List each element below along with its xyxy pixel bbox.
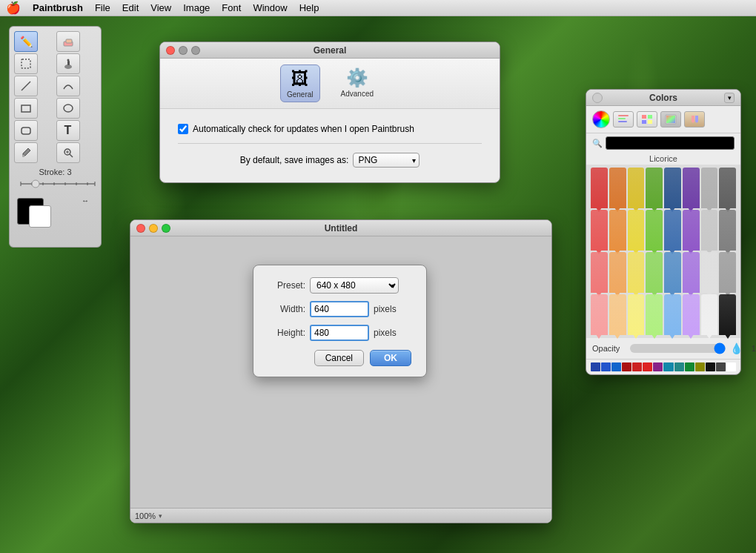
swatch-cell[interactable] — [685, 362, 694, 371]
swatch-cell[interactable] — [591, 362, 600, 371]
crayon-item[interactable] — [701, 210, 718, 251]
colors-close-button[interactable] — [592, 93, 603, 103]
maximize-button[interactable] — [191, 46, 200, 55]
swatch-cell[interactable] — [643, 362, 652, 371]
tool-eyedropper[interactable] — [14, 142, 38, 163]
untitled-close[interactable] — [136, 224, 145, 233]
menu-window[interactable]: Window — [253, 2, 287, 13]
swatch-cell[interactable] — [622, 362, 631, 371]
width-unit: pixels — [374, 304, 397, 314]
crayon-item[interactable] — [646, 168, 663, 208]
crayon-item[interactable] — [683, 210, 700, 251]
autoupdate-checkbox[interactable] — [178, 124, 188, 134]
ok-button[interactable]: OK — [370, 350, 411, 366]
swatch-cell[interactable] — [611, 362, 621, 371]
menu-image[interactable]: Image — [183, 2, 210, 13]
zoom-arrow-icon[interactable]: ▾ — [159, 512, 162, 520]
close-button[interactable] — [166, 46, 175, 55]
tab-advanced[interactable]: ⚙️ Advanced — [335, 64, 379, 102]
crayon-item[interactable] — [719, 168, 736, 208]
crayon-item[interactable] — [664, 168, 681, 208]
crayon-item[interactable] — [646, 294, 663, 335]
swap-colors-icon[interactable]: ↔ — [82, 196, 89, 205]
color-crayons-tab[interactable] — [684, 111, 705, 128]
crayon-item[interactable] — [683, 168, 700, 208]
tool-fill[interactable] — [56, 53, 80, 74]
tool-zoom[interactable] — [56, 142, 80, 163]
crayon-item[interactable] — [701, 168, 718, 208]
tool-select-rect[interactable] — [14, 53, 38, 74]
swatch-cell[interactable] — [653, 362, 663, 371]
crayon-item[interactable] — [628, 210, 645, 251]
color-palette-tab[interactable] — [637, 111, 657, 128]
color-wheel-tab[interactable] — [592, 110, 610, 128]
crayon-item[interactable] — [628, 168, 645, 208]
crayon-item[interactable] — [719, 210, 736, 251]
crayon-item[interactable] — [628, 294, 645, 335]
swatch-cell[interactable] — [601, 362, 611, 371]
swatch-cell[interactable] — [716, 362, 726, 371]
menu-edit[interactable]: Edit — [122, 2, 139, 13]
crayon-item[interactable] — [609, 294, 626, 335]
crayon-item[interactable] — [701, 252, 718, 293]
crayon-item[interactable] — [646, 210, 663, 251]
tool-text[interactable]: T — [56, 120, 80, 141]
swatch-cell[interactable] — [632, 362, 642, 371]
crayon-item[interactable] — [609, 210, 626, 251]
tool-line[interactable] — [14, 76, 38, 96]
apple-menu[interactable]: 🍎 — [6, 1, 21, 15]
tool-pencil[interactable]: ✏️ — [14, 31, 38, 52]
tool-curve[interactable] — [56, 76, 80, 96]
crayon-item[interactable] — [591, 210, 608, 251]
crayon-item[interactable] — [664, 252, 681, 293]
prefs-tab-bar: 🖼 General ⚙️ Advanced — [160, 59, 500, 109]
preset-select[interactable]: 640 x 480 800 x 600 1024 x 768 Custom — [310, 277, 399, 294]
tab-general[interactable]: 🖼 General — [280, 64, 320, 102]
tool-rect[interactable] — [14, 98, 38, 119]
crayon-item[interactable] — [719, 294, 736, 335]
color-image-tab[interactable] — [660, 111, 681, 128]
width-input[interactable]: 640 — [310, 301, 369, 317]
crayon-item[interactable] — [628, 252, 645, 293]
opacity-label: Opacity — [592, 344, 626, 353]
menu-file[interactable]: File — [95, 2, 110, 13]
menu-help[interactable]: Help — [299, 2, 319, 13]
cancel-button[interactable]: Cancel — [314, 350, 364, 366]
crayon-item[interactable] — [609, 168, 626, 208]
untitled-minimize[interactable] — [149, 224, 158, 233]
swatch-cell[interactable] — [674, 362, 684, 371]
colors-expand-button[interactable]: ▾ — [724, 93, 735, 103]
crayon-item[interactable] — [591, 168, 608, 208]
crayon-item[interactable] — [719, 252, 736, 293]
swatch-cell[interactable] — [726, 362, 736, 371]
crayon-item[interactable] — [664, 294, 681, 335]
tool-eraser[interactable] — [56, 31, 80, 52]
crayon-item[interactable] — [609, 252, 626, 293]
color-sliders-tab[interactable] — [613, 111, 634, 128]
crayon-item[interactable] — [646, 252, 663, 293]
format-select[interactable]: PNG JPEG BMP TIFF GIF — [353, 153, 420, 168]
crayon-item[interactable] — [683, 294, 700, 335]
height-input[interactable]: 480 — [310, 325, 369, 341]
opacity-slider[interactable] — [630, 344, 726, 353]
menu-view[interactable]: View — [150, 2, 171, 13]
background-color[interactable] — [29, 205, 51, 228]
menu-paintbrush[interactable]: Paintbrush — [33, 2, 83, 13]
swatch-cell[interactable] — [663, 362, 673, 371]
svg-rect-7 — [21, 105, 30, 112]
crayon-item[interactable] — [591, 294, 608, 335]
crayon-item[interactable] — [701, 294, 718, 335]
format-select-wrapper: PNG JPEG BMP TIFF GIF — [353, 153, 420, 168]
colors-search-input[interactable] — [606, 136, 735, 150]
untitled-maximize[interactable] — [162, 224, 170, 233]
crayon-item[interactable] — [683, 252, 700, 293]
tool-rounded-rect[interactable] — [14, 120, 38, 141]
crayon-item[interactable] — [664, 210, 681, 251]
menu-font[interactable]: Font — [222, 2, 241, 13]
swatch-cell[interactable] — [695, 362, 705, 371]
swatch-cell[interactable] — [706, 362, 715, 371]
crayon-item[interactable] — [591, 252, 608, 293]
minimize-button[interactable] — [179, 46, 188, 55]
untitled-title: Untitled — [325, 223, 358, 234]
tool-ellipse[interactable] — [56, 98, 80, 119]
